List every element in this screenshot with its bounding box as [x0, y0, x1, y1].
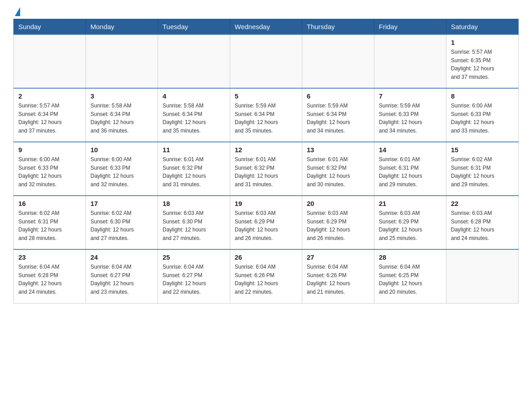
calendar-cell: 14Sunrise: 6:01 AM Sunset: 6:31 PM Dayli… — [374, 142, 446, 196]
day-number: 3 — [90, 92, 153, 100]
calendar-cell: 6Sunrise: 5:59 AM Sunset: 6:34 PM Daylig… — [302, 88, 374, 142]
calendar-cell: 8Sunrise: 6:00 AM Sunset: 6:33 PM Daylig… — [446, 88, 519, 142]
calendar-cell: 9Sunrise: 6:00 AM Sunset: 6:33 PM Daylig… — [14, 142, 86, 196]
weekday-header-tuesday: Tuesday — [158, 19, 230, 35]
day-number: 12 — [235, 146, 297, 154]
day-info: Sunrise: 5:59 AM Sunset: 6:34 PM Dayligh… — [235, 102, 297, 135]
weekday-header-saturday: Saturday — [446, 19, 519, 35]
day-number: 19 — [235, 200, 297, 207]
weekday-header-friday: Friday — [374, 19, 446, 35]
day-number: 26 — [235, 253, 297, 261]
calendar-week-row: 1Sunrise: 5:57 AM Sunset: 6:35 PM Daylig… — [14, 34, 519, 88]
day-number: 6 — [307, 92, 369, 100]
calendar-cell: 12Sunrise: 6:01 AM Sunset: 6:32 PM Dayli… — [230, 142, 302, 196]
day-info: Sunrise: 5:59 AM Sunset: 6:33 PM Dayligh… — [379, 102, 442, 135]
day-number: 13 — [307, 146, 369, 154]
day-info: Sunrise: 5:57 AM Sunset: 6:35 PM Dayligh… — [451, 48, 514, 81]
calendar-cell: 16Sunrise: 6:02 AM Sunset: 6:31 PM Dayli… — [14, 196, 86, 249]
day-info: Sunrise: 6:04 AM Sunset: 6:25 PM Dayligh… — [379, 263, 442, 296]
day-info: Sunrise: 6:00 AM Sunset: 6:33 PM Dayligh… — [18, 155, 81, 188]
calendar-header-row: SundayMondayTuesdayWednesdayThursdayFrid… — [14, 19, 519, 35]
day-info: Sunrise: 6:01 AM Sunset: 6:32 PM Dayligh… — [307, 155, 369, 188]
calendar-cell — [158, 34, 230, 88]
calendar-cell — [14, 34, 86, 88]
calendar-cell: 4Sunrise: 5:58 AM Sunset: 6:34 PM Daylig… — [158, 88, 230, 142]
day-info: Sunrise: 6:01 AM Sunset: 6:32 PM Dayligh… — [235, 155, 297, 188]
day-info: Sunrise: 5:58 AM Sunset: 6:34 PM Dayligh… — [90, 102, 153, 135]
calendar-cell — [86, 34, 158, 88]
day-number: 7 — [379, 92, 442, 100]
calendar-cell: 10Sunrise: 6:00 AM Sunset: 6:33 PM Dayli… — [86, 142, 158, 196]
day-number: 10 — [90, 146, 153, 154]
calendar-cell — [230, 34, 302, 88]
day-number: 2 — [18, 92, 81, 100]
day-info: Sunrise: 6:03 AM Sunset: 6:29 PM Dayligh… — [379, 209, 442, 242]
day-info: Sunrise: 6:03 AM Sunset: 6:30 PM Dayligh… — [163, 209, 225, 242]
calendar-cell — [446, 249, 519, 303]
logo-triangle-icon — [15, 7, 20, 16]
day-number: 14 — [379, 146, 442, 154]
day-info: Sunrise: 5:57 AM Sunset: 6:34 PM Dayligh… — [18, 102, 81, 135]
logo — [13, 9, 20, 14]
calendar-cell: 3Sunrise: 5:58 AM Sunset: 6:34 PM Daylig… — [86, 88, 158, 142]
day-number: 15 — [451, 146, 514, 154]
calendar-cell: 24Sunrise: 6:04 AM Sunset: 6:27 PM Dayli… — [86, 249, 158, 303]
day-number: 20 — [307, 200, 369, 207]
day-info: Sunrise: 6:01 AM Sunset: 6:32 PM Dayligh… — [163, 155, 225, 188]
calendar-cell: 27Sunrise: 6:04 AM Sunset: 6:26 PM Dayli… — [302, 249, 374, 303]
calendar-cell: 11Sunrise: 6:01 AM Sunset: 6:32 PM Dayli… — [158, 142, 230, 196]
calendar-week-row: 16Sunrise: 6:02 AM Sunset: 6:31 PM Dayli… — [14, 196, 519, 249]
calendar-cell — [374, 34, 446, 88]
weekday-header-sunday: Sunday — [14, 19, 86, 35]
day-info: Sunrise: 6:03 AM Sunset: 6:28 PM Dayligh… — [451, 209, 514, 242]
day-number: 18 — [163, 200, 225, 207]
calendar-cell: 26Sunrise: 6:04 AM Sunset: 6:26 PM Dayli… — [230, 249, 302, 303]
day-number: 27 — [307, 253, 369, 261]
weekday-header-monday: Monday — [86, 19, 158, 35]
day-number: 16 — [18, 200, 81, 207]
calendar-table: SundayMondayTuesdayWednesdayThursdayFrid… — [13, 19, 519, 304]
calendar-cell: 5Sunrise: 5:59 AM Sunset: 6:34 PM Daylig… — [230, 88, 302, 142]
day-number: 25 — [163, 253, 225, 261]
day-number: 17 — [90, 200, 153, 207]
calendar-week-row: 23Sunrise: 6:04 AM Sunset: 6:28 PM Dayli… — [14, 249, 519, 303]
calendar-week-row: 2Sunrise: 5:57 AM Sunset: 6:34 PM Daylig… — [14, 88, 519, 142]
day-info: Sunrise: 6:04 AM Sunset: 6:28 PM Dayligh… — [18, 263, 81, 296]
calendar-cell: 7Sunrise: 5:59 AM Sunset: 6:33 PM Daylig… — [374, 88, 446, 142]
day-info: Sunrise: 5:59 AM Sunset: 6:34 PM Dayligh… — [307, 102, 369, 135]
day-info: Sunrise: 6:04 AM Sunset: 6:26 PM Dayligh… — [307, 263, 369, 296]
day-number: 5 — [235, 92, 297, 100]
calendar-cell: 20Sunrise: 6:03 AM Sunset: 6:29 PM Dayli… — [302, 196, 374, 249]
day-number: 11 — [163, 146, 225, 154]
page-header — [13, 9, 519, 14]
day-number: 23 — [18, 253, 81, 261]
day-info: Sunrise: 6:04 AM Sunset: 6:27 PM Dayligh… — [90, 263, 153, 296]
day-info: Sunrise: 6:02 AM Sunset: 6:31 PM Dayligh… — [451, 155, 514, 188]
calendar-cell: 25Sunrise: 6:04 AM Sunset: 6:27 PM Dayli… — [158, 249, 230, 303]
calendar-cell: 28Sunrise: 6:04 AM Sunset: 6:25 PM Dayli… — [374, 249, 446, 303]
weekday-header-thursday: Thursday — [302, 19, 374, 35]
day-info: Sunrise: 5:58 AM Sunset: 6:34 PM Dayligh… — [163, 102, 225, 135]
calendar-cell: 15Sunrise: 6:02 AM Sunset: 6:31 PM Dayli… — [446, 142, 519, 196]
day-number: 21 — [379, 200, 442, 207]
day-info: Sunrise: 6:02 AM Sunset: 6:30 PM Dayligh… — [90, 209, 153, 242]
day-info: Sunrise: 6:00 AM Sunset: 6:33 PM Dayligh… — [451, 102, 514, 135]
calendar-cell: 17Sunrise: 6:02 AM Sunset: 6:30 PM Dayli… — [86, 196, 158, 249]
day-info: Sunrise: 6:00 AM Sunset: 6:33 PM Dayligh… — [90, 155, 153, 188]
day-info: Sunrise: 6:04 AM Sunset: 6:27 PM Dayligh… — [163, 263, 225, 296]
weekday-header-wednesday: Wednesday — [230, 19, 302, 35]
day-number: 22 — [451, 200, 514, 207]
day-number: 1 — [451, 39, 514, 46]
calendar-cell: 13Sunrise: 6:01 AM Sunset: 6:32 PM Dayli… — [302, 142, 374, 196]
calendar-cell: 21Sunrise: 6:03 AM Sunset: 6:29 PM Dayli… — [374, 196, 446, 249]
calendar-cell — [302, 34, 374, 88]
day-number: 28 — [379, 253, 442, 261]
calendar-week-row: 9Sunrise: 6:00 AM Sunset: 6:33 PM Daylig… — [14, 142, 519, 196]
day-number: 4 — [163, 92, 225, 100]
day-number: 9 — [18, 146, 81, 154]
day-number: 8 — [451, 92, 514, 100]
day-info: Sunrise: 6:03 AM Sunset: 6:29 PM Dayligh… — [235, 209, 297, 242]
day-info: Sunrise: 6:02 AM Sunset: 6:31 PM Dayligh… — [18, 209, 81, 242]
day-info: Sunrise: 6:04 AM Sunset: 6:26 PM Dayligh… — [235, 263, 297, 296]
calendar-cell: 22Sunrise: 6:03 AM Sunset: 6:28 PM Dayli… — [446, 196, 519, 249]
